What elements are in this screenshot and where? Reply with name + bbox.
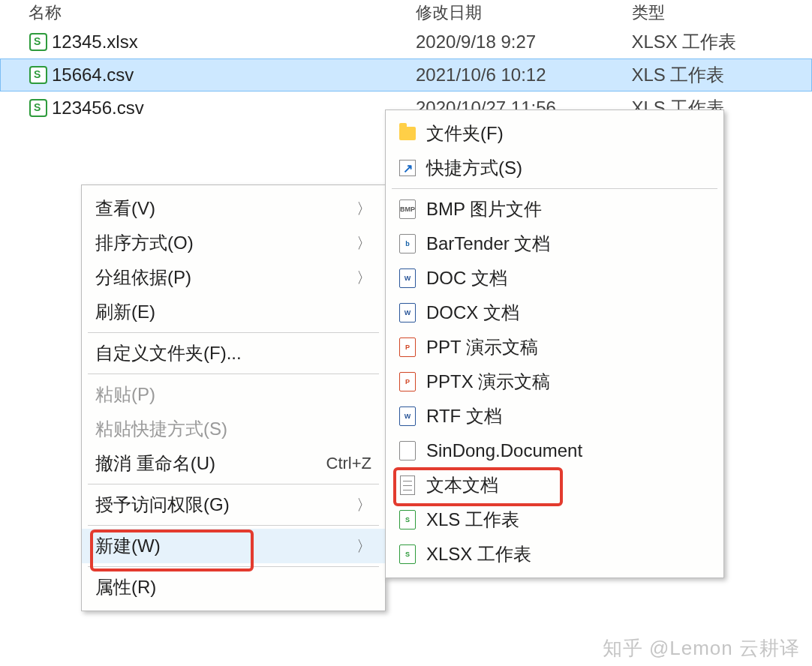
pptx-icon: P bbox=[396, 372, 419, 392]
submenu-new: 文件夹(F) ↗ 快捷方式(S) BMP BMP 图片文件 b BarTende… bbox=[385, 110, 724, 578]
doc-icon: W bbox=[396, 268, 419, 288]
menu-paste: 粘贴(P) bbox=[82, 377, 385, 412]
new-rtf[interactable]: W RTF 文档 bbox=[386, 399, 723, 434]
menu-separator bbox=[392, 188, 717, 189]
menu-separator bbox=[88, 484, 379, 484]
header-date[interactable]: 修改日期 bbox=[416, 2, 632, 24]
spreadsheet-icon bbox=[29, 66, 52, 84]
menu-customize-folder[interactable]: 自定义文件夹(F)... bbox=[82, 336, 385, 370]
new-xlsx[interactable]: S XLSX 工作表 bbox=[386, 537, 723, 572]
new-pptx[interactable]: P PPTX 演示文稿 bbox=[386, 364, 723, 399]
file-name: 12345.xlsx bbox=[52, 32, 416, 52]
menu-label: PPTX 演示文稿 bbox=[426, 370, 550, 394]
generic-file-icon bbox=[396, 441, 419, 460]
menu-label: 自定义文件夹(F)... bbox=[95, 341, 242, 365]
menu-label: 文件夹(F) bbox=[426, 122, 504, 146]
menu-label: 新建(W) bbox=[95, 534, 161, 558]
file-type: XLS 工作表 bbox=[631, 63, 811, 87]
chevron-right-icon: 〉 bbox=[356, 495, 371, 515]
menu-properties[interactable]: 属性(R) bbox=[82, 570, 385, 604]
file-row[interactable]: 12345.xlsx 2020/9/18 9:27 XLSX 工作表 bbox=[0, 26, 812, 58]
menu-view[interactable]: 查看(V) 〉 bbox=[82, 191, 385, 226]
xls-icon: S bbox=[396, 510, 419, 530]
menu-label: RTF 文档 bbox=[426, 404, 502, 428]
chevron-right-icon: 〉 bbox=[356, 536, 371, 556]
text-file-icon bbox=[396, 476, 419, 495]
docx-icon: W bbox=[396, 303, 419, 322]
menu-label: SinDong.Document bbox=[426, 440, 582, 461]
menu-shortcut: Ctrl+Z bbox=[326, 454, 372, 473]
menu-separator bbox=[88, 374, 379, 374]
file-type: XLSX 工作表 bbox=[631, 30, 811, 54]
menu-label: 授予访问权限(G) bbox=[95, 493, 230, 517]
menu-paste-shortcut: 粘贴快捷方式(S) bbox=[82, 412, 385, 446]
file-name: 123456.csv bbox=[52, 98, 416, 118]
chevron-right-icon: 〉 bbox=[356, 233, 371, 254]
menu-group[interactable]: 分组依据(P) 〉 bbox=[82, 260, 385, 295]
menu-label: PPT 演示文稿 bbox=[426, 335, 538, 359]
menu-label: 文本文档 bbox=[426, 473, 498, 497]
menu-label: 分组依据(P) bbox=[95, 266, 191, 290]
chevron-right-icon: 〉 bbox=[356, 199, 371, 219]
context-menu: 查看(V) 〉 排序方式(O) 〉 分组依据(P) 〉 刷新(E) 自定义文件夹… bbox=[81, 184, 386, 611]
menu-label: DOC 文档 bbox=[426, 266, 507, 290]
chevron-right-icon: 〉 bbox=[356, 268, 371, 288]
file-name: 15664.csv bbox=[52, 64, 416, 86]
watermark: 知乎 @Lemon 云耕译 bbox=[603, 635, 800, 662]
folder-icon bbox=[396, 127, 419, 140]
menu-label: 快捷方式(S) bbox=[426, 156, 522, 180]
xlsx-icon: S bbox=[396, 544, 419, 564]
menu-label: 粘贴快捷方式(S) bbox=[95, 417, 227, 441]
new-docx[interactable]: W DOCX 文档 bbox=[386, 296, 723, 330]
new-sindong[interactable]: SinDong.Document bbox=[386, 434, 723, 468]
new-doc[interactable]: W DOC 文档 bbox=[386, 261, 723, 296]
file-row[interactable]: 15664.csv 2021/10/6 10:12 XLS 工作表 bbox=[0, 58, 812, 92]
menu-label: XLSX 工作表 bbox=[426, 542, 531, 566]
spreadsheet-icon bbox=[29, 33, 52, 51]
new-shortcut[interactable]: ↗ 快捷方式(S) bbox=[386, 151, 723, 185]
menu-label: DOCX 文档 bbox=[426, 301, 519, 325]
header-type[interactable]: 类型 bbox=[632, 2, 812, 24]
column-headers: 名称 修改日期 类型 bbox=[0, 0, 812, 26]
new-xls[interactable]: S XLS 工作表 bbox=[386, 502, 723, 537]
file-date: 2020/9/18 9:27 bbox=[416, 32, 631, 52]
menu-label: BarTender 文档 bbox=[426, 232, 550, 256]
menu-label: XLS 工作表 bbox=[426, 508, 519, 532]
menu-refresh[interactable]: 刷新(E) bbox=[82, 295, 385, 329]
file-date: 2021/10/6 10:12 bbox=[416, 64, 631, 86]
header-name[interactable]: 名称 bbox=[29, 2, 416, 24]
menu-label: BMP 图片文件 bbox=[426, 197, 542, 221]
new-folder[interactable]: 文件夹(F) bbox=[386, 116, 723, 151]
menu-label: 刷新(E) bbox=[95, 300, 155, 324]
new-bartender[interactable]: b BarTender 文档 bbox=[386, 226, 723, 261]
rtf-icon: W bbox=[396, 406, 419, 426]
new-text-document[interactable]: 文本文档 bbox=[386, 468, 723, 502]
ppt-icon: P bbox=[396, 338, 419, 357]
menu-sort[interactable]: 排序方式(O) 〉 bbox=[82, 226, 385, 260]
bartender-icon: b bbox=[396, 234, 419, 254]
menu-separator bbox=[88, 525, 379, 526]
shortcut-icon: ↗ bbox=[396, 160, 419, 176]
spreadsheet-icon bbox=[29, 99, 52, 117]
menu-grant-access[interactable]: 授予访问权限(G) 〉 bbox=[82, 488, 385, 522]
menu-label: 粘贴(P) bbox=[95, 382, 155, 406]
menu-label: 查看(V) bbox=[95, 196, 155, 220]
menu-label: 排序方式(O) bbox=[95, 231, 194, 255]
bmp-icon: BMP bbox=[396, 200, 419, 219]
menu-label: 属性(R) bbox=[95, 575, 156, 599]
new-bmp[interactable]: BMP BMP 图片文件 bbox=[386, 192, 723, 226]
menu-label: 撤消 重命名(U) bbox=[95, 452, 215, 476]
menu-separator bbox=[88, 332, 379, 333]
menu-undo-rename[interactable]: 撤消 重命名(U) Ctrl+Z bbox=[82, 446, 385, 481]
new-ppt[interactable]: P PPT 演示文稿 bbox=[386, 330, 723, 364]
explorer-window: 名称 修改日期 类型 12345.xlsx 2020/9/18 9:27 XLS… bbox=[0, 0, 812, 666]
file-list: 名称 修改日期 类型 12345.xlsx 2020/9/18 9:27 XLS… bbox=[0, 0, 812, 124]
menu-new[interactable]: 新建(W) 〉 bbox=[82, 529, 385, 563]
menu-separator bbox=[88, 566, 379, 567]
